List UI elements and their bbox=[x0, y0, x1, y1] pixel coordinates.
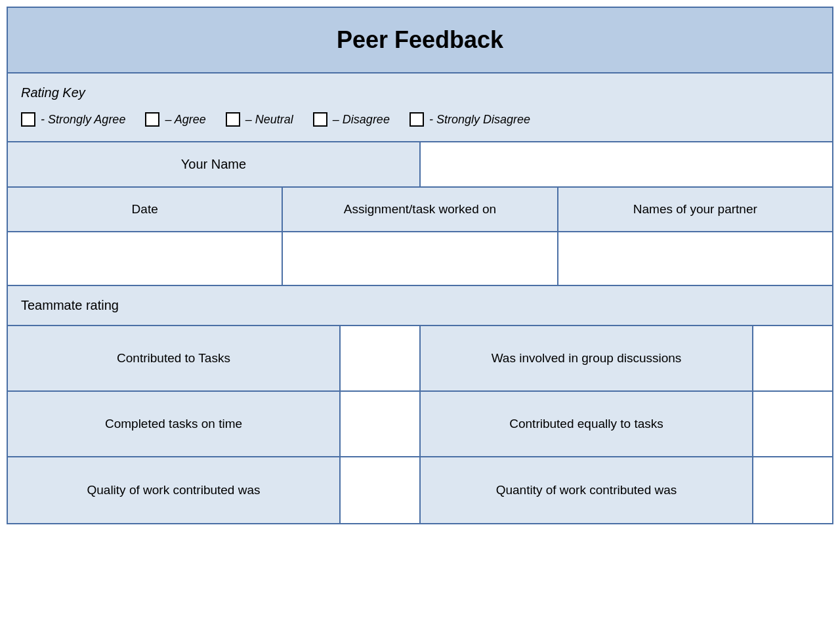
form-header: Peer Feedback bbox=[8, 8, 832, 74]
rating-row-3: Quality of work contributed was Quantity… bbox=[8, 457, 832, 523]
teammate-rating-header: Teammate rating bbox=[8, 286, 832, 326]
your-name-row: Your Name bbox=[8, 142, 832, 188]
completed-on-time-label: Completed tasks on time bbox=[8, 392, 341, 456]
rating-left-3: Quality of work contributed was bbox=[8, 457, 421, 523]
contributed-tasks-label: Contributed to Tasks bbox=[8, 326, 341, 390]
form-title: Peer Feedback bbox=[337, 26, 503, 53]
rating-left-2: Completed tasks on time bbox=[8, 392, 421, 456]
assignment-value[interactable] bbox=[283, 232, 558, 285]
group-discussions-label: Was involved in group discussions bbox=[421, 326, 753, 390]
quantity-work-label: Quantity of work contributed was bbox=[421, 457, 753, 523]
rating-item-neutral: – Neutral bbox=[226, 112, 293, 127]
partner-value[interactable] bbox=[558, 232, 832, 285]
rating-item-disagree-label: – Disagree bbox=[333, 113, 390, 127]
rating-item-strongly-agree: - Strongly Agree bbox=[21, 112, 125, 127]
rating-key-items: - Strongly Agree – Agree – Neutral – Dis… bbox=[21, 112, 819, 127]
checkbox-strongly-agree-icon bbox=[21, 112, 35, 127]
page-wrapper: Peer Feedback Rating Key - Strongly Agre… bbox=[0, 0, 840, 630]
rating-item-agree: – Agree bbox=[145, 112, 205, 127]
rating-key-label: Rating Key bbox=[21, 85, 819, 100]
partner-header: Names of your partner bbox=[558, 188, 832, 231]
rating-row-1: Contributed to Tasks Was involved in gro… bbox=[8, 326, 832, 392]
rating-row-2: Completed tasks on time Contributed equa… bbox=[8, 392, 832, 457]
group-discussions-rating-box[interactable] bbox=[753, 326, 832, 390]
info-value-row bbox=[8, 232, 832, 286]
rating-item-strongly-disagree-label: - Strongly Disagree bbox=[429, 113, 530, 127]
checkbox-neutral-icon bbox=[226, 112, 240, 127]
rating-key-section: Rating Key - Strongly Agree – Agree – Ne… bbox=[8, 74, 832, 142]
date-value[interactable] bbox=[8, 232, 283, 285]
contributed-equally-rating-box[interactable] bbox=[753, 392, 832, 456]
checkbox-agree-icon bbox=[145, 112, 159, 127]
quality-work-rating-box[interactable] bbox=[341, 457, 419, 523]
quantity-work-rating-box[interactable] bbox=[753, 457, 832, 523]
rating-rows-container: Contributed to Tasks Was involved in gro… bbox=[8, 326, 832, 523]
contributed-tasks-rating-box[interactable] bbox=[341, 326, 419, 390]
rating-item-neutral-label: – Neutral bbox=[245, 113, 293, 127]
checkbox-strongly-disagree-icon bbox=[410, 112, 424, 127]
your-name-label: Your Name bbox=[8, 142, 421, 186]
rating-item-strongly-agree-label: - Strongly Agree bbox=[41, 113, 125, 127]
rating-right-3: Quantity of work contributed was bbox=[421, 457, 832, 523]
rating-left-1: Contributed to Tasks bbox=[8, 326, 421, 390]
contributed-equally-label: Contributed equally to tasks bbox=[421, 392, 753, 456]
info-header-row: Date Assignment/task worked on Names of … bbox=[8, 188, 832, 232]
rating-right-2: Contributed equally to tasks bbox=[421, 392, 832, 456]
your-name-value[interactable] bbox=[421, 142, 832, 186]
form-container: Peer Feedback Rating Key - Strongly Agre… bbox=[7, 7, 833, 524]
rating-right-1: Was involved in group discussions bbox=[421, 326, 832, 390]
date-header: Date bbox=[8, 188, 283, 231]
rating-item-disagree: – Disagree bbox=[313, 112, 390, 127]
assignment-header: Assignment/task worked on bbox=[283, 188, 558, 231]
rating-item-agree-label: – Agree bbox=[165, 113, 205, 127]
checkbox-disagree-icon bbox=[313, 112, 327, 127]
rating-item-strongly-disagree: - Strongly Disagree bbox=[410, 112, 530, 127]
completed-on-time-rating-box[interactable] bbox=[341, 392, 419, 456]
quality-work-label: Quality of work contributed was bbox=[8, 457, 341, 523]
